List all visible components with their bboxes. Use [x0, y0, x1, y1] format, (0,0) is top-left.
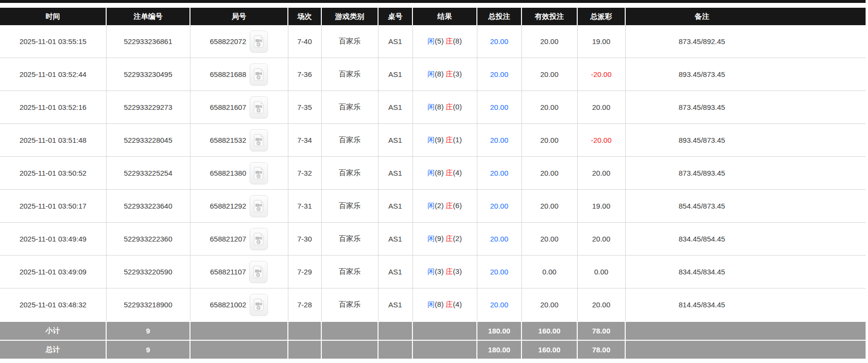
- cell-result: 闲(8) 庄(4): [412, 157, 477, 190]
- summary-empty-session: [288, 340, 321, 359]
- result-banker-label: 庄: [446, 136, 453, 144]
- cell-game-type: 百家乐: [321, 190, 378, 223]
- cell-valid-bet: 20.00: [521, 223, 577, 256]
- cell-payout: 20.00: [577, 288, 625, 322]
- cell-valid-bet: 20.00: [521, 288, 577, 322]
- table-row: 2025-11-01 03:50:52 522933225254 6588213…: [0, 157, 866, 190]
- cell-payout: 20.00: [577, 157, 625, 190]
- summary-empty-table: [378, 321, 412, 340]
- cell-total-bet: 20.00: [477, 25, 521, 58]
- video-replay-icon: [253, 199, 264, 212]
- cell-time: 2025-11-01 03:55:15: [0, 25, 106, 58]
- cell-remark: 873.45/893.45: [625, 91, 866, 124]
- cell-table-number: AS1: [378, 124, 412, 157]
- summary-empty-round: [190, 340, 288, 359]
- round-number-text: 658821292: [210, 202, 246, 210]
- cell-time: 2025-11-01 03:50:52: [0, 157, 106, 190]
- cell-bet-number: 522933218900: [106, 288, 190, 322]
- cell-result: 闲(8) 庄(0): [412, 91, 477, 124]
- total-bet-link[interactable]: 20.00: [490, 301, 508, 309]
- video-replay-button[interactable]: [250, 129, 268, 151]
- result-banker-label: 庄: [446, 168, 453, 177]
- summary-total-bet: 180.00: [477, 321, 521, 340]
- total-bet-link[interactable]: 20.00: [490, 136, 508, 144]
- cell-table-number: AS1: [378, 91, 412, 124]
- cell-payout: 20.00: [577, 223, 625, 256]
- table-row: 2025-11-01 03:48:32 522933218900 6588210…: [0, 288, 866, 322]
- summary-count: 9: [106, 321, 190, 340]
- cell-result: 闲(3) 庄(3): [412, 256, 477, 288]
- total-bet-link[interactable]: 20.00: [490, 235, 508, 243]
- bet-records-panel: 时间注单编号局号场次游戏类别桌号结果总投注有效投注总派彩备注 2025-11-0…: [0, 8, 868, 360]
- summary-label: 小计: [0, 321, 106, 340]
- result-banker-label: 庄: [446, 70, 453, 78]
- cell-table-number: AS1: [378, 223, 412, 256]
- video-replay-button[interactable]: [250, 294, 268, 316]
- video-replay-icon: [253, 134, 264, 147]
- cell-valid-bet: 20.00: [521, 58, 577, 91]
- result-player-label: 闲: [427, 201, 435, 210]
- summary-empty-game: [321, 340, 378, 359]
- cell-valid-bet: 20.00: [521, 124, 577, 157]
- result-player-label: 闲: [427, 103, 435, 111]
- cell-valid-bet: 0.00: [521, 256, 577, 288]
- total-bet-link[interactable]: 20.00: [490, 169, 508, 177]
- video-replay-button[interactable]: [249, 261, 268, 283]
- cell-round-number: 658821207: [190, 223, 288, 256]
- result-banker-points: (4): [453, 300, 462, 308]
- cell-round-number: 658821607: [190, 91, 288, 124]
- cell-valid-bet: 20.00: [521, 25, 577, 58]
- video-replay-button[interactable]: [250, 228, 268, 250]
- cell-valid-bet: 20.00: [521, 190, 577, 223]
- cell-total-bet: 20.00: [477, 223, 521, 256]
- video-replay-icon: [253, 265, 264, 278]
- summary-empty-round: [190, 321, 288, 340]
- video-replay-button[interactable]: [250, 96, 268, 119]
- cell-time: 2025-11-01 03:49:09: [0, 256, 106, 288]
- total-bet-link[interactable]: 20.00: [490, 103, 508, 111]
- total-bet-link[interactable]: 20.00: [490, 70, 508, 78]
- round-number-text: 658821207: [210, 235, 246, 243]
- result-banker-points: (3): [453, 267, 462, 275]
- total-bet-link[interactable]: 20.00: [490, 202, 508, 210]
- total-bet-link[interactable]: 20.00: [490, 268, 508, 276]
- summary-row: 小计 9 180.00 160.00 78.00: [0, 321, 866, 340]
- total-bet-link[interactable]: 20.00: [490, 37, 508, 45]
- video-replay-button[interactable]: [250, 63, 268, 86]
- result-banker-label: 庄: [446, 234, 453, 242]
- column-header-round_no: 局号: [190, 8, 288, 25]
- column-header-result: 结果: [412, 8, 477, 25]
- result-banker-label: 庄: [446, 267, 453, 275]
- cell-payout: -20.00: [577, 124, 625, 157]
- round-number-text: 658821607: [210, 103, 246, 111]
- table-body: 2025-11-01 03:55:15 522933236861 6588220…: [0, 25, 866, 321]
- result-banker-label: 庄: [446, 201, 453, 210]
- column-header-valid_bet: 有效投注: [521, 8, 577, 25]
- video-replay-button[interactable]: [250, 30, 268, 53]
- table-row: 2025-11-01 03:49:09 522933220590 6588211…: [0, 256, 866, 288]
- video-replay-button[interactable]: [250, 195, 268, 217]
- cell-session: 7-32: [288, 157, 321, 190]
- result-banker-points: (3): [453, 70, 462, 78]
- cell-session: 7-35: [288, 91, 321, 124]
- cell-round-number: 658821107: [190, 256, 288, 288]
- cell-bet-number: 522933230495: [106, 58, 190, 91]
- cell-round-number: 658821532: [190, 124, 288, 157]
- summary-remark: [625, 321, 866, 340]
- video-replay-button[interactable]: [250, 162, 268, 184]
- cell-result: 闲(8) 庄(4): [412, 288, 477, 322]
- cell-session: 7-40: [288, 25, 321, 58]
- column-header-payout: 总派彩: [577, 8, 625, 25]
- cell-round-number: 658821002: [190, 288, 288, 322]
- cell-bet-number: 522933225254: [106, 157, 190, 190]
- column-header-table_no: 桌号: [378, 8, 412, 25]
- result-player-label: 闲: [427, 136, 435, 144]
- summary-empty-game: [321, 321, 378, 340]
- column-header-session: 场次: [288, 8, 321, 25]
- result-banker-points: (0): [453, 103, 462, 111]
- result-banker-points: (6): [453, 201, 462, 210]
- cell-bet-number: 522933220590: [106, 256, 190, 288]
- cell-total-bet: 20.00: [477, 91, 521, 124]
- cell-total-bet: 20.00: [477, 256, 521, 288]
- round-number-text: 658821688: [210, 70, 246, 78]
